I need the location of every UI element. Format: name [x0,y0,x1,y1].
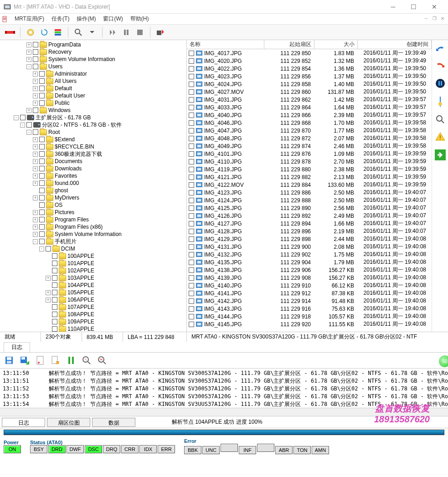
tree-row[interactable]: -DCIM [1,245,185,252]
tree-row[interactable]: -Users [1,63,185,70]
tree-checkbox[interactable] [39,78,45,84]
tree-checkbox[interactable] [33,56,38,62]
row-checkbox[interactable] [189,136,194,141]
list-row[interactable]: IMG_4040.JPG111 229 8662.39 MB2016/01/11… [187,111,432,119]
list-row[interactable]: IMG_4124.JPG111 229 8882.50 MB2016/01/11… [187,196,432,204]
tree-checkbox[interactable] [52,268,57,273]
tree-toggle[interactable]: + [33,79,38,84]
row-checkbox[interactable] [189,221,194,226]
row-checkbox[interactable] [189,128,194,133]
tree-checkbox[interactable] [52,290,57,295]
tree-row[interactable]: OS [1,201,185,209]
hw-error-btn[interactable]: INF [239,446,256,454]
tree-row[interactable]: 109APPLE [1,318,185,325]
tree-toggle[interactable]: + [33,195,38,200]
row-checkbox[interactable] [189,291,194,296]
hw-status-bsy[interactable]: BSY [30,445,47,453]
row-checkbox[interactable] [189,306,194,312]
marker-icon[interactable] [436,97,445,107]
row-checkbox[interactable] [189,174,194,180]
list-row[interactable]: IMG_4131.JPG111 229 9002.08 MB2016/01/11… [187,243,432,251]
tree-row[interactable]: +$RECYCLE.BIN [1,143,185,150]
tree-row[interactable]: 101APPLE [1,260,185,267]
hw-status-crr[interactable]: CRR [121,445,139,453]
tree-row[interactable]: 107APPLE [1,303,185,311]
tree-checkbox[interactable] [39,93,45,98]
tree-toggle[interactable]: + [33,166,38,171]
tree-checkbox[interactable] [39,224,45,230]
menu-item[interactable]: MRT应用(F) [11,14,48,23]
list-row[interactable]: IMG_4033.JPG111 229 8641.64 MB2016/01/11… [187,103,432,111]
list-row[interactable]: IMG_4122.MOV111 229 884133.60 MB2016/01/… [187,181,432,189]
list-row[interactable]: IMG_4049.JPG111 229 8742.46 MB2016/01/11… [187,142,432,150]
log-body[interactable]: 13:11:50 解析节点成功！ 节点路径 = MRT ATA0 - KINGS… [0,368,448,408]
undo-icon[interactable] [435,46,445,54]
list-row[interactable]: IMG_4135.JPG111 229 9041.79 MB2016/01/11… [187,258,432,266]
tool-pause[interactable] [120,26,133,38]
tree-checkbox[interactable] [39,173,45,179]
list-row[interactable]: IMG_4125.JPG111 229 8902.56 MB2016/01/11… [187,204,432,212]
tree-row[interactable]: +Pictures [1,209,185,216]
tree-checkbox[interactable] [39,188,45,193]
tree-toggle[interactable]: - [26,64,31,69]
tree-toggle[interactable]: + [33,93,38,98]
hw-error-btn[interactable]: UNC [202,446,220,454]
tree-toggle[interactable]: + [33,152,38,157]
tree-checkbox[interactable] [52,275,57,281]
tree-checkbox[interactable] [39,159,45,164]
hw-status-err[interactable]: ERR [158,445,175,453]
tree-row[interactable]: ghost [1,187,185,194]
col-name[interactable]: 名称 [187,40,264,49]
tree-row[interactable]: +All Users [1,77,185,85]
tool-palette[interactable] [51,26,64,38]
mdi-restore[interactable]: ❐ [431,16,438,22]
tree-toggle[interactable]: + [33,217,38,222]
tree-row[interactable]: +Default [1,85,185,92]
hw-status-dsc[interactable]: DSC [85,445,102,453]
tool-search[interactable] [72,26,85,38]
tree-row[interactable]: +ProgramData [1,41,185,48]
row-checkbox[interactable] [189,244,194,250]
hw-error-btn[interactable] [257,444,274,452]
hw-error-btn[interactable]: BBK [184,446,201,454]
doc-icon[interactable] [35,355,46,366]
tree-row[interactable]: +Default User [1,92,185,99]
tree-row[interactable]: -手机照片 [1,238,185,245]
list-row[interactable]: IMG_4023.JPG111 229 8561.37 MB2016/01/11… [187,72,432,80]
tree-row[interactable]: +Public [1,99,185,107]
row-checkbox[interactable] [189,260,194,265]
tool-stop[interactable] [134,26,146,38]
tree-checkbox[interactable] [52,319,57,324]
tree-row[interactable]: 110APPLE [1,325,185,332]
tree-toggle[interactable]: + [33,181,38,186]
tree-toggle[interactable]: + [26,50,31,55]
list-body[interactable]: IMG_4017.JPG111 229 8501.83 MB2016/01/11… [187,49,432,332]
tree-toggle[interactable]: + [46,290,51,295]
hw-status-dwf[interactable]: DWF [67,445,84,453]
tree-toggle[interactable]: + [33,225,38,230]
row-checkbox[interactable] [189,205,194,211]
tree-checkbox[interactable] [52,312,57,317]
tree-checkbox[interactable] [39,180,45,186]
tree-pane[interactable]: +ProgramData+Recovery+System Volume Info… [0,40,187,332]
hw-status-idx[interactable]: IDX [139,445,157,453]
hw-status-drq[interactable]: DRQ [103,445,120,453]
hw-error-btn[interactable]: TON [294,446,311,454]
list-row[interactable]: IMG_4128.JPG111 229 8962.19 MB2016/01/11… [187,227,432,235]
list-row[interactable]: IMG_4024.JPG111 229 8581.40 MB2016/01/11… [187,80,432,88]
tree-row[interactable]: +Documents [1,158,185,165]
list-row[interactable]: IMG_4022.JPG111 229 8541.36 MB2016/01/11… [187,65,432,72]
tree-toggle[interactable]: + [33,144,38,149]
row-checkbox[interactable] [189,190,194,195]
tab-data[interactable]: 数据 [92,418,135,427]
tree-row[interactable]: +$Extend [1,136,185,143]
list-row[interactable]: IMG_4141.JPG111 229 91287.38 KB2016/01/1… [187,289,432,297]
tree-checkbox[interactable] [39,86,45,91]
tree-row[interactable]: +Windows [1,107,185,114]
tree-checkbox[interactable] [33,108,38,113]
row-checkbox[interactable] [189,267,194,273]
row-checkbox[interactable] [189,314,194,319]
tree-checkbox[interactable] [39,137,45,142]
tab-sector[interactable]: 扇区位图 [47,418,90,427]
row-checkbox[interactable] [189,120,194,126]
